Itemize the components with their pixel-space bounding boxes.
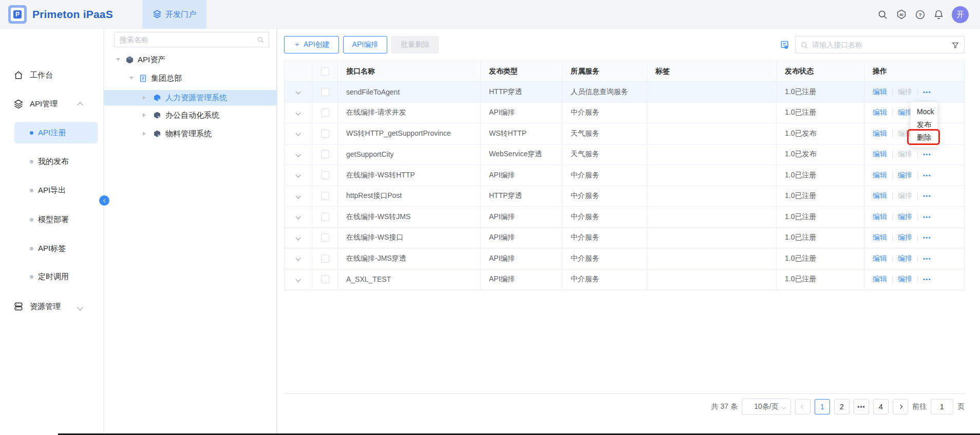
chevron-down-icon[interactable] [296, 173, 301, 178]
interface-search-input[interactable] [796, 37, 964, 53]
expand-arrow-icon[interactable] [129, 77, 134, 80]
row-checkbox[interactable] [321, 233, 329, 242]
chevron-down-icon[interactable] [296, 193, 301, 198]
orchestrate-link[interactable]: 编排 [898, 171, 912, 180]
row-checkbox[interactable] [321, 88, 329, 96]
tree-node-system-material[interactable]: 物料管理系统 [104, 126, 277, 141]
chevron-down-icon[interactable] [296, 214, 301, 220]
more-actions-button[interactable]: ••• [923, 276, 931, 282]
orchestrate-link[interactable]: 编排 [898, 87, 912, 97]
api-orchestrate-button[interactable]: API编排 [343, 36, 388, 53]
more-actions-button[interactable]: ••• [923, 214, 931, 220]
edit-link[interactable]: 编辑 [873, 233, 887, 242]
edit-link[interactable]: 编辑 [873, 129, 887, 138]
user-avatar[interactable]: 开 [952, 6, 969, 23]
orchestrate-link[interactable]: 编排 [898, 233, 912, 242]
search-icon[interactable] [877, 9, 888, 20]
orchestrate-link[interactable]: 编排 [898, 212, 912, 222]
edit-link[interactable]: 编辑 [873, 171, 887, 180]
next-page-button[interactable] [893, 399, 908, 414]
ai-assistant-icon[interactable]: AI [896, 9, 907, 20]
edit-link[interactable]: 编辑 [873, 212, 887, 222]
tree-collapse-toggle[interactable] [99, 195, 109, 206]
tree-node-system-hr[interactable]: 人力资源管理系统 [104, 90, 277, 105]
expand-arrow-icon[interactable] [143, 96, 146, 100]
more-actions-button[interactable]: ••• [923, 172, 931, 178]
cell-publish-type: API编排 [481, 248, 562, 269]
edit-link[interactable]: 编辑 [873, 87, 887, 97]
sidebar-item-scheduled-call[interactable]: 定时调用 [0, 266, 104, 287]
chevron-down-icon[interactable] [296, 152, 301, 157]
sidebar-item-resource-management[interactable]: 资源管理 [0, 298, 104, 315]
sidebar-item-api-tags[interactable]: API标签 [0, 238, 104, 259]
chevron-down-icon[interactable] [296, 256, 301, 261]
goto-page-input[interactable] [931, 399, 953, 414]
sidebar-item-model-deploy[interactable]: 模型部署 [0, 209, 104, 230]
more-actions-button[interactable]: ••• [923, 256, 931, 262]
row-checkbox[interactable] [321, 275, 329, 283]
row-checkbox[interactable] [321, 213, 329, 221]
row-checkbox[interactable] [321, 150, 329, 158]
api-doc-icon[interactable] [780, 40, 789, 51]
cell-interface-name: getSupportCity [338, 144, 481, 165]
tree-node-api-assets[interactable]: API资产 [104, 52, 277, 67]
row-checkbox[interactable] [321, 108, 329, 117]
tree-node-system-oa[interactable]: 办公自动化系统 [104, 107, 277, 123]
sidebar-item-my-publish[interactable]: 我的发布 [0, 151, 104, 172]
page-button-1[interactable]: 1 [815, 399, 830, 414]
expand-arrow-icon[interactable] [116, 58, 120, 61]
more-actions-button[interactable]: ••• [923, 151, 931, 157]
edit-link[interactable]: 编辑 [873, 150, 887, 159]
sidebar-item-api-management[interactable]: API管理 [0, 96, 104, 112]
edit-link[interactable]: 编辑 [873, 191, 887, 201]
more-actions-button[interactable]: ••• [923, 193, 931, 199]
help-icon[interactable]: ? [915, 9, 926, 20]
row-checkbox[interactable] [321, 192, 329, 200]
orchestrate-link[interactable]: 编排 [898, 275, 912, 284]
row-checkbox[interactable] [321, 171, 329, 179]
orchestrate-link[interactable]: 编排 [898, 254, 912, 263]
page-button-4[interactable]: 4 [873, 399, 889, 414]
col-header-interface-name: 接口名称 [338, 61, 481, 81]
edit-link[interactable]: 编辑 [873, 275, 887, 284]
funnel-icon[interactable] [951, 41, 959, 51]
sidebar-item-label: API导出 [38, 186, 66, 195]
more-actions-button[interactable]: ••• [923, 234, 931, 241]
tab-developer-portal[interactable]: 开发门户 [142, 0, 206, 29]
row-checkbox[interactable] [321, 130, 329, 138]
expand-arrow-icon[interactable] [143, 113, 146, 117]
page-ellipsis-button[interactable]: ••• [854, 399, 869, 414]
bell-icon[interactable] [933, 9, 944, 20]
tree-search-input[interactable] [115, 32, 269, 47]
batch-delete-button[interactable]: 批量删除 [391, 36, 439, 53]
sidebar-item-api-export[interactable]: API导出 [0, 179, 104, 201]
chevron-down-icon[interactable] [296, 235, 301, 240]
edit-link[interactable]: 编辑 [873, 254, 887, 263]
more-actions-button[interactable]: ••• [923, 89, 931, 95]
dropdown-item-delete[interactable]: 删除 [911, 131, 937, 144]
database-icon [13, 301, 24, 312]
chevron-down-icon[interactable] [296, 89, 301, 95]
dropdown-item-publish[interactable]: 发布 [911, 118, 937, 131]
cell-service: 中介服务 [562, 248, 647, 269]
bullet-icon [30, 131, 33, 135]
sidebar-item-api-register[interactable]: API注册 [14, 122, 98, 143]
orchestrate-link[interactable]: 编排 [898, 191, 912, 201]
sidebar-item-workbench[interactable]: 工作台 [0, 67, 104, 83]
cell-publish-type: API编排 [481, 103, 562, 123]
chevron-down-icon[interactable] [296, 131, 301, 136]
orchestrate-link[interactable]: 编排 [898, 150, 912, 159]
tree-node-group-hq[interactable]: 集团总部 [104, 70, 277, 86]
pagination: 共 37 条 10条/页 1 2 ••• 4 前往 页 [711, 398, 965, 415]
api-create-button[interactable]: ＋ API创建 [284, 36, 339, 53]
page-button-2[interactable]: 2 [834, 399, 850, 414]
edit-link[interactable]: 编辑 [873, 108, 887, 117]
dropdown-item-mock[interactable]: Mock [911, 105, 937, 118]
chevron-down-icon[interactable] [296, 110, 301, 115]
chevron-down-icon[interactable] [296, 277, 301, 282]
page-size-select[interactable]: 10条/页 [742, 398, 791, 415]
row-checkbox[interactable] [321, 255, 329, 263]
expand-arrow-icon[interactable] [143, 132, 146, 136]
select-all-checkbox[interactable] [321, 67, 329, 76]
prev-page-button[interactable] [795, 399, 811, 414]
